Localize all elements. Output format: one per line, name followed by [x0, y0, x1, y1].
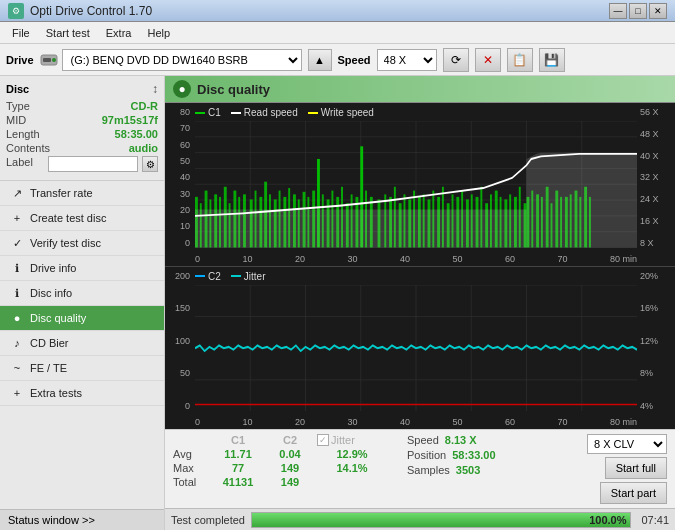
chart1-y-labels-right: 56 X 48 X 40 X 32 X 24 X 16 X 8 X — [637, 107, 675, 248]
transfer-rate-icon: ↗ — [10, 186, 24, 200]
sidebar-item-drive-info[interactable]: ℹ Drive info — [0, 256, 164, 281]
sidebar-item-disc-info[interactable]: ℹ Disc info — [0, 281, 164, 306]
stats-right: Speed 8.13 X Position 58:33.00 Samples 3… — [407, 434, 496, 476]
erase-button[interactable]: ✕ — [475, 48, 501, 72]
progress-percent: 100.0% — [589, 513, 626, 527]
verify-test-disc-icon: ✓ — [10, 236, 24, 250]
start-full-button[interactable]: Start full — [605, 457, 667, 479]
stats-total-row: Total 41131 149 — [173, 476, 387, 488]
cd-bier-icon: ♪ — [10, 336, 24, 350]
content-area: ● Disc quality C1 Read speed — [165, 76, 675, 530]
legend-c1-label: C1 — [208, 107, 221, 118]
total-label: Total — [173, 476, 211, 488]
disc-panel-title: Disc — [6, 83, 29, 95]
avg-c1: 11.71 — [213, 448, 263, 460]
chart2-y-labels-left: 200 150 100 50 0 — [165, 271, 193, 412]
drive-select-group: (G:) BENQ DVD DD DW1640 BSRB — [40, 49, 302, 71]
jitter-checkbox[interactable]: ✓ — [317, 434, 329, 446]
sidebar-item-verify-test-disc[interactable]: ✓ Verify test disc — [0, 231, 164, 256]
disc-label-row: Label ⚙ — [6, 156, 158, 172]
title-bar-left: ⚙ Opti Drive Control 1.70 — [8, 3, 152, 19]
disc-mid-value: 97m15s17f — [102, 114, 158, 126]
legend-read-dot — [231, 112, 241, 114]
status-window-label: Status window >> — [8, 514, 95, 526]
disc-type-label: Type — [6, 100, 30, 112]
sidebar-item-extra-tests[interactable]: + Extra tests — [0, 381, 164, 406]
close-button[interactable]: ✕ — [649, 3, 667, 19]
maximize-button[interactable]: □ — [629, 3, 647, 19]
max-jitter: 14.1% — [317, 462, 387, 474]
sidebar-item-cd-bier-label: CD Bier — [30, 337, 69, 349]
speed-dropdown[interactable]: 48 X — [377, 49, 437, 71]
disc-length-label: Length — [6, 128, 40, 140]
menu-bar: File Start test Extra Help — [0, 22, 675, 44]
sidebar-item-cd-bier[interactable]: ♪ CD Bier — [0, 331, 164, 356]
menu-extra[interactable]: Extra — [98, 25, 140, 41]
avg-label: Avg — [173, 448, 211, 460]
chart1-y-labels-left: 80 70 60 50 40 30 20 10 0 — [165, 107, 193, 248]
samples-row: Samples 3503 — [407, 464, 496, 476]
sidebar: Disc ↕ Type CD-R MID 97m15s17f Length 58… — [0, 76, 165, 530]
position-row: Position 58:33.00 — [407, 449, 496, 461]
legend-jitter-label: Jitter — [244, 271, 266, 282]
disc-quality-title: Disc quality — [197, 82, 270, 97]
avg-jitter: 12.9% — [317, 448, 387, 460]
copy-button[interactable]: 📋 — [507, 48, 533, 72]
right-buttons: 8 X CLV Start full Start part — [587, 434, 667, 504]
chart1-svg — [195, 121, 637, 248]
legend-write-dot — [308, 112, 318, 114]
avg-c2: 0.04 — [265, 448, 315, 460]
menu-file[interactable]: File — [4, 25, 38, 41]
samples-label: Samples — [407, 464, 450, 476]
max-c1: 77 — [213, 462, 263, 474]
legend-write-speed: Write speed — [308, 107, 374, 118]
disc-arrow-icon[interactable]: ↕ — [152, 82, 158, 96]
status-window-button[interactable]: Status window >> — [0, 509, 164, 530]
speed-row: Speed 8.13 X — [407, 434, 496, 446]
status-text: Test completed — [171, 514, 245, 526]
chart2-container: C2 Jitter 200 150 100 50 0 — [165, 267, 675, 430]
drive-dropdown[interactable]: (G:) BENQ DVD DD DW1640 BSRB — [62, 49, 302, 71]
eject-button[interactable]: ▲ — [308, 49, 332, 71]
chart2-svg — [195, 285, 637, 412]
menu-help[interactable]: Help — [139, 25, 178, 41]
create-test-disc-icon: + — [10, 211, 24, 225]
legend-jitter: Jitter — [231, 271, 266, 282]
main-layout: Disc ↕ Type CD-R MID 97m15s17f Length 58… — [0, 76, 675, 530]
total-c1: 41131 — [213, 476, 263, 488]
sidebar-item-transfer-rate[interactable]: ↗ Transfer rate — [0, 181, 164, 206]
disc-header: Disc ↕ — [6, 82, 158, 96]
sidebar-item-transfer-rate-label: Transfer rate — [30, 187, 93, 199]
sidebar-item-extra-tests-label: Extra tests — [30, 387, 82, 399]
drive-icon — [40, 51, 58, 69]
speed-value: 8.13 X — [445, 434, 477, 446]
drive-info-icon: ℹ — [10, 261, 24, 275]
clv-speed-select[interactable]: 8 X CLV — [587, 434, 667, 454]
sidebar-item-fe-te[interactable]: ~ FE / TE — [0, 356, 164, 381]
sidebar-item-create-test-disc-label: Create test disc — [30, 212, 106, 224]
speed-label: Speed — [338, 54, 371, 66]
sidebar-item-disc-quality[interactable]: ● Disc quality — [0, 306, 164, 331]
start-part-button[interactable]: Start part — [600, 482, 667, 504]
chart2-legend: C2 Jitter — [195, 271, 265, 282]
position-value: 58:33.00 — [452, 449, 495, 461]
refresh-button[interactable]: ⟳ — [443, 48, 469, 72]
save-button[interactable]: 💾 — [539, 48, 565, 72]
position-label: Position — [407, 449, 446, 461]
speed-label-text: Speed — [407, 434, 439, 446]
drive-bar: Drive (G:) BENQ DVD DD DW1640 BSRB ▲ Spe… — [0, 44, 675, 76]
legend-c2-label: C2 — [208, 271, 221, 282]
label-gear-button[interactable]: ⚙ — [142, 156, 158, 172]
disc-quality-icon: ● — [10, 311, 24, 325]
total-c2: 149 — [265, 476, 315, 488]
legend-c2: C2 — [195, 271, 221, 282]
menu-start-test[interactable]: Start test — [38, 25, 98, 41]
disc-contents-label: Contents — [6, 142, 50, 154]
minimize-button[interactable]: — — [609, 3, 627, 19]
stats-header-row: C1 C2 ✓ Jitter — [173, 434, 387, 446]
sidebar-item-create-test-disc[interactable]: + Create test disc — [0, 206, 164, 231]
sidebar-item-disc-quality-label: Disc quality — [30, 312, 86, 324]
progress-bar-fill — [252, 513, 630, 527]
disc-label-input[interactable] — [48, 156, 138, 172]
sidebar-item-disc-info-label: Disc info — [30, 287, 72, 299]
